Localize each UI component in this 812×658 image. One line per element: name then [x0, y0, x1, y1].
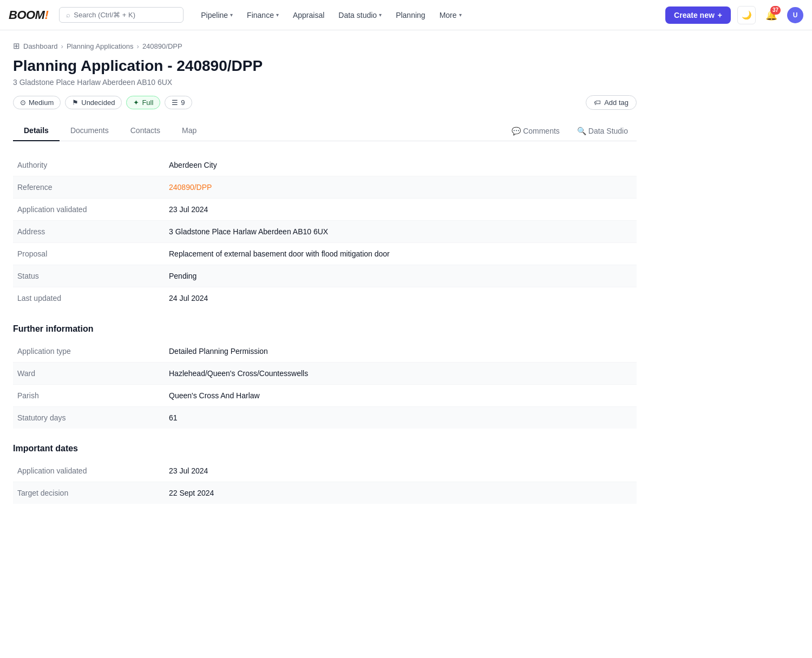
field-label: Address	[13, 221, 165, 243]
notifications-button[interactable]: 🔔 37	[762, 6, 781, 24]
navbar: BOOM! ⌕ Search (Ctrl/⌘ + K) Pipeline ▾ F…	[0, 0, 812, 30]
further-information-heading: Further information	[13, 324, 637, 334]
plus-icon: +	[718, 11, 722, 19]
tab-comments[interactable]: 💬 Comments	[503, 121, 568, 141]
nav-item-appraisal[interactable]: Appraisal	[286, 8, 331, 23]
page-subtitle: 3 Gladstone Place Harlaw Aberdeen AB10 6…	[13, 78, 637, 87]
field-label: Last updated	[13, 287, 165, 310]
breadcrumb-sep-1: ›	[61, 42, 63, 50]
tabs-bar: Details Documents Contacts Map 💬 Comment…	[13, 121, 637, 141]
tag-medium[interactable]: ⊙ Medium	[13, 96, 61, 109]
chevron-down-icon: ▾	[459, 12, 462, 18]
field-value: Detailed Planning Permission	[165, 340, 637, 363]
field-value: 22 Sept 2024	[165, 482, 637, 504]
details-table: AuthorityAberdeen CityReference240890/DP…	[13, 154, 637, 309]
field-label: Application validated	[13, 199, 165, 221]
field-label: Target decision	[13, 482, 165, 504]
tab-documents[interactable]: Documents	[60, 121, 120, 141]
tags-row: ⊙ Medium ⚑ Undecided ✦ Full ☰ 9 🏷 Add ta…	[13, 95, 637, 110]
avatar[interactable]: U	[787, 7, 803, 23]
nav-right: Create new + 🌙 🔔 37 U	[665, 6, 803, 24]
field-value: Hazlehead/Queen's Cross/Countesswells	[165, 363, 637, 385]
field-label: Status	[13, 265, 165, 287]
chevron-down-icon: ▾	[379, 12, 382, 18]
nav-item-more[interactable]: More ▾	[433, 8, 468, 23]
reference-link[interactable]: 240890/DPP	[169, 183, 212, 192]
tag-count-label: 9	[181, 98, 185, 107]
notification-badge: 37	[770, 6, 781, 15]
chevron-down-icon: ▾	[230, 12, 233, 18]
field-label: Parish	[13, 385, 165, 407]
search-bar[interactable]: ⌕ Search (Ctrl/⌘ + K)	[59, 7, 184, 23]
tag-full[interactable]: ✦ Full	[126, 96, 160, 109]
create-new-button[interactable]: Create new +	[665, 6, 731, 24]
tag-undecided-label: Undecided	[81, 98, 115, 107]
tab-details[interactable]: Details	[13, 121, 60, 141]
field-value: Pending	[165, 265, 637, 287]
field-value: 3 Gladstone Place Harlaw Aberdeen AB10 6…	[165, 221, 637, 243]
nav-item-pipeline[interactable]: Pipeline ▾	[194, 8, 239, 23]
tag-count[interactable]: ☰ 9	[165, 96, 192, 109]
flag-icon: ⚑	[72, 98, 78, 107]
tag-icon: 🏷	[594, 98, 601, 107]
field-value: 23 Jul 2024	[165, 199, 637, 221]
main-content: ⊞ Dashboard › Planning Applications › 24…	[0, 30, 650, 515]
nav-item-datastudio[interactable]: Data studio ▾	[332, 8, 388, 23]
logo-exclamation: !	[44, 8, 48, 22]
document-icon: ☰	[172, 98, 178, 107]
tab-map[interactable]: Map	[171, 121, 207, 141]
tab-data-studio[interactable]: 🔍 Data Studio	[568, 121, 637, 141]
add-tag-label: Add tag	[604, 98, 628, 107]
full-icon: ✦	[133, 98, 139, 107]
field-label: Application type	[13, 340, 165, 363]
medium-icon: ⊙	[20, 98, 26, 107]
logo[interactable]: BOOM!	[9, 8, 48, 22]
moon-icon: 🌙	[742, 10, 752, 20]
data-studio-icon: 🔍	[577, 127, 586, 135]
nav-item-planning[interactable]: Planning	[389, 8, 432, 23]
add-tag-button[interactable]: 🏷 Add tag	[586, 95, 637, 110]
nav-item-finance[interactable]: Finance ▾	[240, 8, 285, 23]
field-label: Authority	[13, 154, 165, 176]
field-label: Ward	[13, 363, 165, 385]
tab-contacts[interactable]: Contacts	[120, 121, 171, 141]
important-dates-heading: Important dates	[13, 444, 637, 453]
tag-undecided[interactable]: ⚑ Undecided	[65, 96, 122, 109]
avatar-initials: U	[793, 11, 798, 19]
field-value: 23 Jul 2024	[165, 460, 637, 482]
important-dates-table: Application validated23 Jul 2024Target d…	[13, 460, 637, 504]
breadcrumb: ⊞ Dashboard › Planning Applications › 24…	[13, 41, 637, 51]
search-icon: ⌕	[66, 11, 70, 19]
grid-icon: ⊞	[13, 41, 20, 51]
comments-icon: 💬	[512, 127, 521, 135]
breadcrumb-current: 240890/DPP	[142, 42, 182, 50]
field-label: Reference	[13, 176, 165, 199]
field-value: Replacement of external basement door wi…	[165, 243, 637, 265]
breadcrumb-planning-apps[interactable]: Planning Applications	[67, 42, 134, 50]
tag-medium-label: Medium	[29, 98, 54, 107]
field-label: Application validated	[13, 460, 165, 482]
chevron-down-icon: ▾	[276, 12, 279, 18]
field-label: Proposal	[13, 243, 165, 265]
breadcrumb-dashboard[interactable]: Dashboard	[23, 42, 58, 50]
field-value: 24 Jul 2024	[165, 287, 637, 310]
field-value: Queen's Cross And Harlaw	[165, 385, 637, 407]
further-information-table: Application typeDetailed Planning Permis…	[13, 340, 637, 429]
page-title: Planning Application - 240890/DPP	[13, 57, 637, 75]
field-value: 61	[165, 407, 637, 429]
field-value[interactable]: 240890/DPP	[165, 176, 637, 199]
tag-full-label: Full	[142, 98, 153, 107]
field-label: Statutory days	[13, 407, 165, 429]
field-value: Aberdeen City	[165, 154, 637, 176]
nav-links: Pipeline ▾ Finance ▾ Appraisal Data stud…	[194, 8, 468, 23]
search-placeholder: Search (Ctrl/⌘ + K)	[74, 11, 135, 19]
breadcrumb-sep-2: ›	[137, 42, 139, 50]
dark-mode-toggle[interactable]: 🌙	[737, 6, 756, 24]
